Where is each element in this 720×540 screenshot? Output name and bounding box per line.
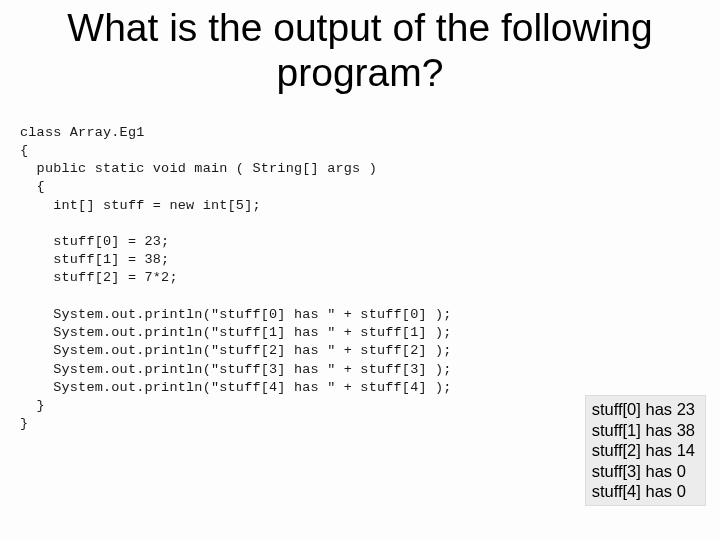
slide-title: What is the output of the following prog… — [0, 0, 720, 96]
program-output-box: stuff[0] has 23 stuff[1] has 38 stuff[2]… — [585, 395, 706, 506]
code-listing: class Array.Eg1 { public static void mai… — [0, 96, 720, 434]
